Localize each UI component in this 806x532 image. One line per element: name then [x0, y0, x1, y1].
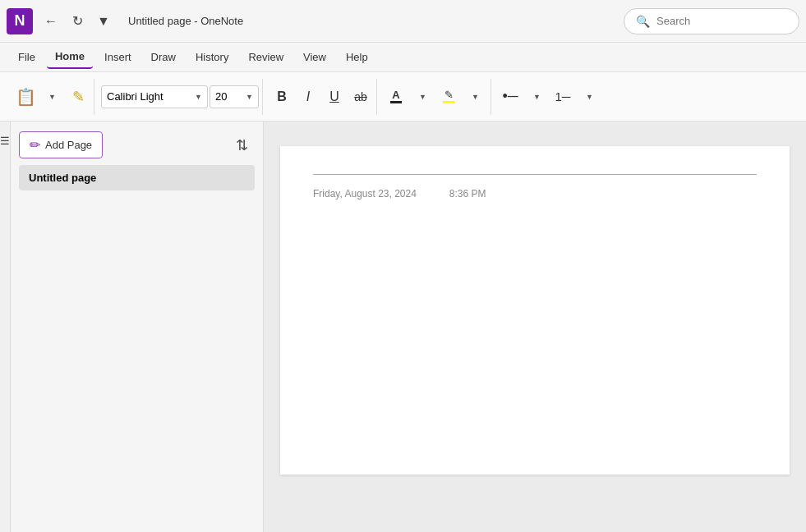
highlight-bar	[443, 101, 454, 103]
font-size-arrow: ▼	[246, 93, 253, 101]
page-panel-header: ✏ Add Page ⇅	[19, 131, 255, 158]
sidebar-toggle[interactable]: ☰	[0, 122, 11, 532]
font-group: Calibri Light ▼ 20 ▼	[98, 79, 263, 115]
search-input[interactable]	[656, 15, 787, 27]
highlight-dropdown[interactable]: ▼	[463, 85, 487, 109]
font-name-arrow: ▼	[195, 93, 202, 101]
bullet-list-arrow: ▼	[533, 93, 541, 101]
menu-review[interactable]: Review	[240, 46, 292, 69]
numbered-list-arrow: ▼	[586, 93, 593, 101]
font-name-label: Calibri Light	[107, 90, 164, 103]
strikethrough-label: ab	[354, 90, 367, 103]
menu-bar: File Home Insert Draw History Review Vie…	[0, 43, 806, 72]
dropdown-button[interactable]: ▼	[92, 10, 115, 33]
font-color-dropdown[interactable]: ▼	[410, 85, 435, 109]
highlight-button[interactable]: ✎	[436, 85, 461, 109]
sort-icon: ⇅	[236, 136, 248, 154]
title-bar: N ← ↻ ▼ Untitled page - OneNote 🔍	[0, 0, 806, 43]
page-panel: ✏ Add Page ⇅ Untitled page	[11, 122, 264, 532]
note-meta: Friday, August 23, 2024 8:36 PM	[313, 188, 757, 200]
bullet-list-icon: •​─	[502, 88, 518, 105]
note-page: Friday, August 23, 2024 8:36 PM	[280, 146, 790, 475]
paste-dropdown-arrow: ▼	[48, 93, 56, 101]
bullet-list-dropdown[interactable]: ▼	[524, 85, 549, 109]
font-color-arrow: ▼	[419, 93, 426, 101]
format-painter-button[interactable]: ✎	[66, 85, 90, 109]
strikethrough-button[interactable]: ab	[348, 85, 373, 109]
main-area: ☰ ✏ Add Page ⇅ Untitled page Friday, Aug…	[0, 122, 806, 532]
menu-draw[interactable]: Draw	[143, 46, 184, 69]
font-color-a: A	[392, 89, 399, 100]
italic-label: I	[306, 89, 310, 104]
bullet-list-button[interactable]: •​─	[498, 85, 523, 109]
list-group: •​─ ▼ 1─ ▼	[495, 79, 605, 115]
search-box[interactable]: 🔍	[624, 8, 799, 34]
font-size-select[interactable]: 20 ▼	[210, 85, 259, 108]
paste-dropdown[interactable]: ▼	[39, 85, 64, 109]
format-painter-icon: ✎	[72, 88, 85, 106]
add-page-icon: ✏	[30, 137, 40, 153]
numbered-list-button[interactable]: 1─	[550, 85, 575, 109]
add-page-button[interactable]: ✏ Add Page	[19, 131, 103, 158]
text-format-group: B I U ab	[266, 79, 377, 115]
note-title-line	[313, 171, 757, 175]
numbered-list-dropdown[interactable]: ▼	[577, 85, 601, 109]
page-item[interactable]: Untitled page	[19, 165, 255, 190]
font-color-button[interactable]: A	[384, 85, 408, 109]
note-date: Friday, August 23, 2024	[313, 188, 417, 200]
bold-label: B	[277, 89, 287, 104]
font-size-label: 20	[215, 90, 227, 103]
menu-help[interactable]: Help	[338, 46, 376, 69]
back-button[interactable]: ←	[39, 10, 62, 33]
menu-home[interactable]: Home	[47, 46, 93, 69]
menu-insert[interactable]: Insert	[96, 46, 140, 69]
highlight-icon: ✎	[444, 89, 454, 100]
onenote-logo: N	[7, 8, 33, 34]
logo-letter: N	[15, 12, 25, 30]
add-page-label: Add Page	[45, 139, 92, 151]
paste-button[interactable]: 📋	[13, 85, 38, 109]
menu-history[interactable]: History	[187, 46, 237, 69]
hamburger-icon: ☰	[0, 135, 10, 147]
highlight-arrow: ▼	[472, 93, 479, 101]
note-area[interactable]: Friday, August 23, 2024 8:36 PM	[264, 122, 806, 532]
font-name-select[interactable]: Calibri Light ▼	[101, 85, 208, 108]
paste-icon: 📋	[16, 87, 36, 107]
note-time: 8:36 PM	[449, 188, 486, 200]
undo-button[interactable]: ↻	[66, 10, 89, 33]
underline-label: U	[329, 89, 339, 104]
numbered-list-icon: 1─	[555, 89, 571, 103]
underline-button[interactable]: U	[322, 85, 347, 109]
menu-view[interactable]: View	[295, 46, 334, 69]
color-group: A ▼ ✎ ▼	[380, 79, 491, 115]
search-icon: 🔍	[636, 15, 650, 28]
sort-button[interactable]: ⇅	[228, 132, 255, 158]
font-color-bar	[390, 101, 402, 103]
menu-file[interactable]: File	[10, 46, 44, 69]
paste-group: 📋 ▼ ✎	[10, 79, 94, 115]
italic-button[interactable]: I	[296, 85, 320, 109]
window-title: Untitled page - OneNote	[128, 15, 617, 27]
toolbar: 📋 ▼ ✎ Calibri Light ▼ 20 ▼ B I U ab	[0, 72, 806, 122]
bold-button[interactable]: B	[269, 85, 294, 109]
nav-buttons: ← ↻ ▼	[39, 10, 115, 33]
